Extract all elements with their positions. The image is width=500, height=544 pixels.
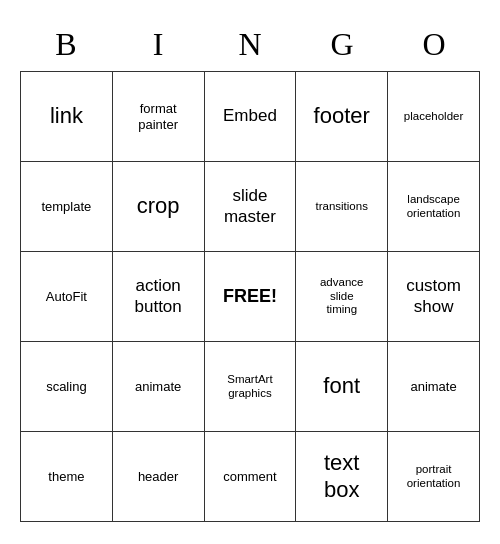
grid-cell-0-0: link bbox=[21, 72, 113, 162]
bingo-grid: linkformatpainterEmbedfooterplaceholdert… bbox=[20, 71, 480, 522]
cell-text-1-4: landscapeorientation bbox=[392, 193, 475, 221]
grid-cell-4-0: theme bbox=[21, 432, 113, 522]
bingo-card: BINGO linkformatpainterEmbedfooterplaceh… bbox=[20, 22, 480, 522]
cell-text-3-3: font bbox=[300, 373, 383, 399]
grid-cell-3-2: SmartArtgraphics bbox=[204, 342, 296, 432]
cell-text-2-2: FREE! bbox=[209, 286, 292, 308]
grid-cell-0-3: footer bbox=[296, 72, 388, 162]
cell-text-4-1: header bbox=[117, 469, 200, 485]
cell-text-1-0: template bbox=[25, 199, 108, 215]
grid-cell-3-1: animate bbox=[112, 342, 204, 432]
cell-text-3-0: scaling bbox=[25, 379, 108, 395]
cell-text-4-2: comment bbox=[209, 469, 292, 485]
grid-row-2: AutoFitactionbuttonFREE!advanceslidetimi… bbox=[21, 252, 480, 342]
grid-cell-4-3: textbox bbox=[296, 432, 388, 522]
cell-text-2-3: advanceslidetiming bbox=[300, 276, 383, 317]
cell-text-2-1: actionbutton bbox=[117, 276, 200, 317]
header-letter-B: B bbox=[20, 22, 112, 67]
cell-text-0-3: footer bbox=[300, 103, 383, 129]
cell-text-1-3: transitions bbox=[300, 200, 383, 214]
cell-text-3-4: animate bbox=[392, 379, 475, 395]
grid-cell-3-0: scaling bbox=[21, 342, 113, 432]
grid-cell-1-1: crop bbox=[112, 162, 204, 252]
grid-cell-4-1: header bbox=[112, 432, 204, 522]
grid-cell-1-4: landscapeorientation bbox=[388, 162, 480, 252]
cell-text-0-1: formatpainter bbox=[117, 101, 200, 132]
grid-cell-0-2: Embed bbox=[204, 72, 296, 162]
grid-cell-2-3: advanceslidetiming bbox=[296, 252, 388, 342]
cell-text-3-1: animate bbox=[117, 379, 200, 395]
cell-text-2-0: AutoFit bbox=[25, 289, 108, 305]
cell-text-1-1: crop bbox=[117, 193, 200, 219]
grid-cell-3-3: font bbox=[296, 342, 388, 432]
grid-cell-3-4: animate bbox=[388, 342, 480, 432]
grid-row-3: scalinganimateSmartArtgraphicsfontanimat… bbox=[21, 342, 480, 432]
grid-cell-1-3: transitions bbox=[296, 162, 388, 252]
header-letter-N: N bbox=[204, 22, 296, 67]
header-letter-G: G bbox=[296, 22, 388, 67]
grid-cell-2-4: customshow bbox=[388, 252, 480, 342]
cell-text-1-2: slidemaster bbox=[209, 186, 292, 227]
grid-cell-4-4: portraitorientation bbox=[388, 432, 480, 522]
grid-cell-1-0: template bbox=[21, 162, 113, 252]
grid-cell-0-1: formatpainter bbox=[112, 72, 204, 162]
grid-row-0: linkformatpainterEmbedfooterplaceholder bbox=[21, 72, 480, 162]
grid-cell-1-2: slidemaster bbox=[204, 162, 296, 252]
grid-row-1: templatecropslidemastertransitionslandsc… bbox=[21, 162, 480, 252]
cell-text-0-4: placeholder bbox=[392, 110, 475, 124]
grid-cell-0-4: placeholder bbox=[388, 72, 480, 162]
grid-row-4: themeheadercommenttextboxportraitorienta… bbox=[21, 432, 480, 522]
grid-cell-2-0: AutoFit bbox=[21, 252, 113, 342]
cell-text-4-3: textbox bbox=[300, 450, 383, 503]
cell-text-0-2: Embed bbox=[209, 106, 292, 126]
grid-cell-4-2: comment bbox=[204, 432, 296, 522]
cell-text-3-2: SmartArtgraphics bbox=[209, 373, 292, 401]
cell-text-0-0: link bbox=[25, 103, 108, 129]
cell-text-4-4: portraitorientation bbox=[392, 463, 475, 491]
header-letter-I: I bbox=[112, 22, 204, 67]
bingo-header: BINGO bbox=[20, 22, 480, 67]
grid-cell-2-1: actionbutton bbox=[112, 252, 204, 342]
cell-text-4-0: theme bbox=[25, 469, 108, 485]
header-letter-O: O bbox=[388, 22, 480, 67]
grid-cell-2-2: FREE! bbox=[204, 252, 296, 342]
cell-text-2-4: customshow bbox=[392, 276, 475, 317]
